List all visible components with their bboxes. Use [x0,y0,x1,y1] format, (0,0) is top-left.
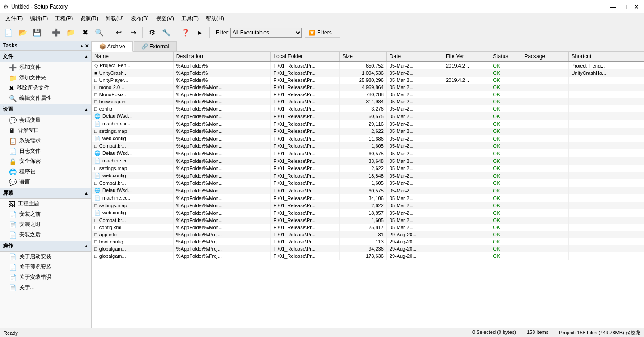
col-header-local[interactable]: Local Folder [271,52,339,61]
undo-button[interactable]: ↩ [112,26,125,39]
menu-uninstall[interactable]: 卸载(U) [102,14,127,23]
table-row[interactable]: 📄web.config%AppFolder%\Mon...F:\01_Relea… [92,209,644,217]
menu-tools[interactable]: 工具(T) [178,14,202,23]
sidebar-item-about-preview[interactable]: 📄 关于预览安装 [0,262,91,272]
menu-edit[interactable]: 编辑(E) [26,14,51,23]
table-row[interactable]: □globalgam...%AppFolder%\Proj...F:\01_Re… [92,252,644,260]
table-row[interactable]: □boot.config%AppFolder%\Proj...F:\01_Rel… [92,238,644,245]
close-btn[interactable]: ✕ [632,3,640,11]
table-row[interactable]: □UnityPlayer...%AppFolder%F:\01_Release\… [92,77,644,84]
sidebar-item-log[interactable]: 📄 日志文件 [0,146,91,156]
table-row[interactable]: 📄web.config%AppFolder%\Mon...F:\01_Relea… [92,135,644,142]
sidebar-item-add-file[interactable]: ➕ 添加文件 [0,62,91,73]
sidebar-close-btn[interactable]: ✕ [85,43,89,48]
table-cell: %AppFolder% [173,77,270,84]
table-row[interactable]: □mono-2.0-...%AppFolder%\Mon...F:\01_Rel… [92,84,644,91]
table-row[interactable]: 🌐DefaultWsd...%AppFolder%\Mon...F:\01_Re… [92,112,644,120]
table-row[interactable]: □globalgam...%AppFolder%\Proj...F:\01_Re… [92,245,644,252]
maximize-btn[interactable]: □ [621,3,629,11]
actions-section-header[interactable]: 操作 ▲ [0,241,91,252]
menu-file[interactable]: 文件(F) [2,14,26,23]
sidebar-item-after-install[interactable]: 📄 安装之后 [0,230,91,240]
sidebar-item-edit-props[interactable]: 🔍 编辑文件属性 [0,93,91,103]
help-button[interactable]: ❓ [179,26,192,39]
table-row[interactable]: □config.xml%AppFolder%\Mon...F:\01_Relea… [92,224,644,231]
sidebar-section-file: 文件 ▲ ➕ 添加文件 📁 添加文件夹 ✖ 移除所选文件 🔍 编辑文件属性 [0,51,91,103]
file-icon: 🌐 [94,150,101,156]
col-header-name[interactable]: Name [92,52,173,61]
col-header-size[interactable]: Size [339,52,386,61]
sidebar-item-before-install[interactable]: 📄 安装之前 [0,209,91,219]
table-cell: 25,817 [339,224,386,231]
table-row[interactable]: 📄web.config%AppFolder%\Mon...F:\01_Relea… [92,172,644,179]
menu-help[interactable]: 帮助(H) [202,14,228,23]
filters-button[interactable]: 🔽 Filters... [305,28,340,38]
col-header-filever[interactable]: File Ver [443,52,490,61]
table-row[interactable]: ■UnityCrash...%AppFolder%F:\01_Release\P… [92,69,644,77]
more-button[interactable]: ▸ [193,26,207,39]
table-cell: %AppFolder%\Mon... [173,165,270,172]
sidebar-item-background[interactable]: 🖥 背景窗口 [0,125,91,136]
table-cell: %AppFolder%\Mon... [173,209,270,217]
sidebar-item-add-folder[interactable]: 📁 添加文件夹 [0,73,91,83]
table-row[interactable]: 🌐DefaultWsd...%AppFolder%\Mon...F:\01_Re… [92,149,644,157]
add-button[interactable]: ➕ [50,26,63,39]
col-header-dest[interactable]: Destination [173,52,270,61]
sidebar-collapse-btn[interactable]: ▲ [80,43,84,48]
table-row[interactable]: □settings.map%AppFolder%\Mon...F:\01_Rel… [92,202,644,209]
sidebar-item-theme[interactable]: 🖼 工程主题 [0,199,91,209]
col-header-status[interactable]: Status [490,52,521,61]
table-row[interactable]: 📄machine.co...%AppFolder%\Mon...F:\01_Re… [92,194,644,202]
table-row[interactable]: □config%AppFolder%\Mon...F:\01_Release\P… [92,105,644,112]
sidebar-item-session-vars[interactable]: 💬 会话变量 [0,115,91,125]
screen-section-header[interactable]: 屏幕 ▲ [0,188,91,199]
sidebar-item-sys-req[interactable]: 📋 系统需求 [0,136,91,146]
sidebar-item-about-launch[interactable]: 📄 关于启动安装 [0,252,91,262]
remove-button[interactable]: ✖ [78,26,92,39]
table-row[interactable]: □Compat.br...%AppFolder%\Mon...F:\01_Rel… [92,179,644,187]
table-row[interactable]: □browscap.ini%AppFolder%\Mon...F:\01_Rel… [92,98,644,105]
table-row[interactable]: □settings.map%AppFolder%\Mon...F:\01_Rel… [92,128,644,135]
add-folder-button[interactable]: 📁 [64,26,77,39]
table-row[interactable]: □MonoPosix...%AppFolder%\Mon...F:\01_Rel… [92,91,644,98]
col-header-package[interactable]: Package [521,52,568,61]
status-ok: OK [493,166,500,171]
col-header-date[interactable]: Date [386,52,443,61]
table-cell: F:\01_Release\Pr... [271,231,339,238]
table-row[interactable]: ◇Project_Fen...%AppFolder%F:\01_Release\… [92,61,644,69]
sidebar-item-remove-selected[interactable]: ✖ 移除所选文件 [0,83,91,93]
menu-publish[interactable]: 发布(B) [127,14,153,23]
file-list-container[interactable]: Name Destination Local Folder Size Date … [92,52,644,328]
save-button[interactable]: 💾 [30,26,44,39]
settings-button[interactable]: ⚙ [145,26,159,39]
new-button[interactable]: 📄 [2,26,15,39]
table-row[interactable]: □Compat.br...%AppFolder%\Mon...F:\01_Rel… [92,217,644,224]
menu-view[interactable]: 视图(V) [153,14,178,23]
table-row[interactable]: □settings.map%AppFolder%\Mon...F:\01_Rel… [92,165,644,172]
table-row[interactable]: 📄machine.co...%AppFolder%\Mon...F:\01_Re… [92,120,644,128]
search-button[interactable]: 🔍 [93,26,106,39]
sidebar-item-language[interactable]: 💬 语言 [0,177,91,187]
open-button[interactable]: 📂 [16,26,30,39]
table-row[interactable]: 📄machine.co...%AppFolder%\Mon...F:\01_Re… [92,157,644,165]
settings-section-header[interactable]: 设置 ▲ [0,104,91,115]
file-section-header[interactable]: 文件 ▲ [0,51,91,62]
sidebar-item-about-error[interactable]: 📄 关于安装错误 [0,272,91,282]
table-row[interactable]: □app.info%AppFolder%\Proj...F:\01_Releas… [92,231,644,238]
tab-external[interactable]: 🔗 External [134,41,177,51]
redo-button[interactable]: ↪ [126,26,140,39]
minimize-btn[interactable]: — [609,3,617,11]
table-row[interactable]: 🌐DefaultWsd...%AppFolder%\Mon...F:\01_Re… [92,187,644,194]
sidebar-item-security[interactable]: 🔒 安全保密 [0,156,91,166]
tab-archive[interactable]: 📦 Archive [92,41,133,52]
filter-select[interactable]: All Executables All Files Custom [230,28,302,38]
table-row[interactable]: □Compat.br...%AppFolder%\Mon...F:\01_Rel… [92,142,644,149]
table-cell: F:\01_Release\Pr... [271,194,339,202]
sidebar-item-during-install[interactable]: 📄 安装之时 [0,219,91,230]
col-header-shortcut[interactable]: Shortcut [568,52,644,61]
config-button[interactable]: 🔧 [160,26,173,39]
menu-resources[interactable]: 资源(R) [76,14,102,23]
sidebar-item-package[interactable]: 🌐 程序包 [0,166,91,177]
menu-project[interactable]: 工程(P) [51,14,76,23]
sidebar-item-about-more[interactable]: 📄 关于... [0,282,91,293]
